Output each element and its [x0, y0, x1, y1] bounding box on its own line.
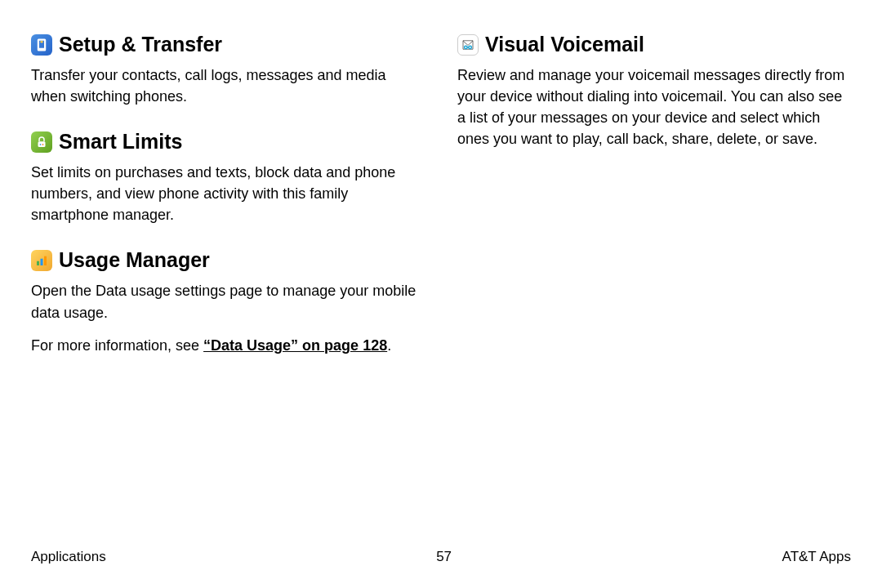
more-info-usage-manager: For more information, see “Data Usage” o… — [31, 335, 425, 356]
heading-usage-manager: Usage Manager — [31, 248, 425, 272]
section-setup-transfer: Setup & Transfer Transfer your contacts,… — [31, 33, 425, 107]
more-info-suffix: . — [387, 337, 391, 354]
right-column: Visual Voicemail Review and manage your … — [457, 33, 851, 379]
section-visual-voicemail: Visual Voicemail Review and manage your … — [457, 33, 851, 149]
usage-manager-icon — [31, 250, 52, 271]
desc-visual-voicemail: Review and manage your voicemail message… — [457, 65, 851, 149]
desc-usage-manager: Open the Data usage settings page to man… — [31, 280, 425, 323]
page-footer: Applications 57 AT&T Apps — [31, 549, 851, 565]
title-smart-limits: Smart Limits — [59, 130, 182, 154]
setup-transfer-icon — [31, 34, 52, 56]
desc-setup-transfer: Transfer your contacts, call logs, messa… — [31, 65, 425, 107]
section-smart-limits: Smart Limits Set limits on purchases and… — [31, 130, 425, 225]
data-usage-link[interactable]: “Data Usage” on page 128 — [203, 337, 387, 354]
left-column: Setup & Transfer Transfer your contacts,… — [31, 33, 425, 379]
svg-point-2 — [42, 144, 44, 145]
desc-smart-limits: Set limits on purchases and texts, block… — [31, 162, 425, 225]
footer-left: Applications — [31, 549, 106, 565]
svg-rect-0 — [38, 141, 46, 147]
smart-limits-icon — [31, 131, 52, 153]
heading-visual-voicemail: Visual Voicemail — [457, 33, 851, 56]
svg-point-7 — [469, 46, 471, 48]
svg-rect-4 — [41, 259, 43, 265]
title-setup-transfer: Setup & Transfer — [59, 33, 222, 56]
more-info-prefix: For more information, see — [31, 337, 203, 354]
footer-page-number: 57 — [436, 549, 452, 565]
heading-smart-limits: Smart Limits — [31, 130, 425, 154]
title-visual-voicemail: Visual Voicemail — [485, 33, 644, 56]
footer-right: AT&T Apps — [782, 549, 851, 565]
visual-voicemail-icon — [457, 34, 479, 56]
section-usage-manager: Usage Manager Open the Data usage settin… — [31, 248, 425, 355]
svg-rect-5 — [44, 256, 47, 265]
svg-point-1 — [40, 144, 42, 145]
svg-rect-3 — [37, 261, 39, 265]
svg-point-6 — [465, 46, 467, 48]
title-usage-manager: Usage Manager — [59, 248, 210, 272]
heading-setup-transfer: Setup & Transfer — [31, 33, 425, 56]
